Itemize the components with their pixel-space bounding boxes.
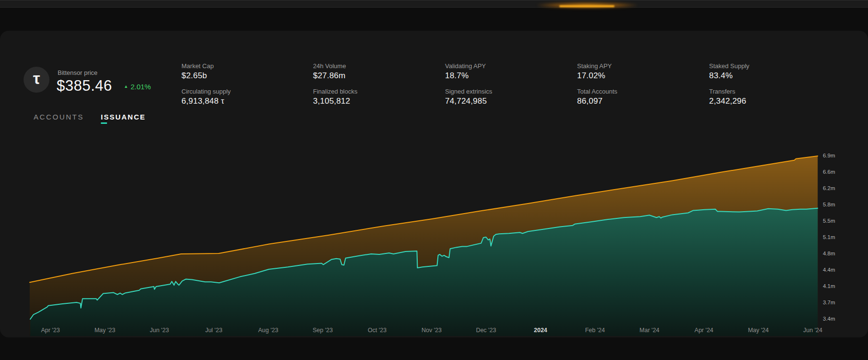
x-axis-tick-label: May '23 bbox=[95, 327, 115, 334]
x-axis-tick-label: Jul '23 bbox=[205, 327, 222, 334]
y-axis-tick-label: 6.2m bbox=[823, 185, 835, 191]
x-axis-tick-label: Dec '23 bbox=[476, 327, 496, 334]
y-axis-tick-label: 4.1m bbox=[823, 283, 835, 289]
y-axis-tick-label: 5.8m bbox=[823, 202, 835, 207]
y-axis-tick-label: 6.6m bbox=[823, 169, 835, 175]
y-axis-tick-label: 6.9m bbox=[823, 153, 835, 158]
y-axis-tick-label: 5.5m bbox=[823, 218, 835, 224]
x-axis-tick-label: Mar '24 bbox=[639, 327, 659, 334]
issuance-chart[interactable]: 6.9m6.6m6.2m5.8m5.5m5.1m4.8m4.4m4.1m3.7m… bbox=[0, 0, 868, 360]
x-axis-tick-label: 2024 bbox=[534, 327, 547, 334]
x-axis-tick-label: Aug '23 bbox=[258, 327, 278, 334]
y-axis-tick-label: 3.4m bbox=[823, 316, 835, 322]
x-axis-tick-label: Feb '24 bbox=[585, 327, 605, 334]
x-axis-tick-label: Apr '23 bbox=[41, 327, 60, 334]
y-axis-tick-label: 4.8m bbox=[823, 251, 835, 256]
x-axis-tick-label: Jun '23 bbox=[150, 327, 169, 334]
x-axis-tick-label: Nov '23 bbox=[422, 327, 442, 334]
x-axis-tick-label: May '24 bbox=[748, 327, 769, 334]
x-axis-tick-label: Jun '24 bbox=[803, 327, 822, 334]
x-axis-tick-label: Sep '23 bbox=[313, 327, 333, 334]
x-axis-tick-label: Apr '24 bbox=[695, 327, 713, 334]
x-axis-tick-label: Oct '23 bbox=[368, 327, 386, 334]
y-axis-tick-label: 5.1m bbox=[823, 234, 835, 240]
y-axis-tick-label: 4.4m bbox=[823, 267, 835, 273]
y-axis-tick-label: 3.7m bbox=[823, 300, 835, 305]
